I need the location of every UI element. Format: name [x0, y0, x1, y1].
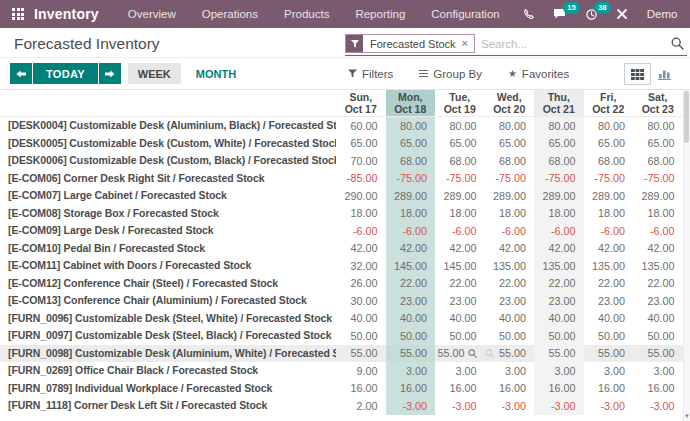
forecast-cell[interactable]: -6.00: [584, 222, 634, 240]
forecast-cell[interactable]: -3.00: [485, 397, 535, 415]
forecast-cell[interactable]: 18.00: [485, 205, 535, 223]
row-label[interactable]: [FURN_0096] Customizable Desk (Steel, Wh…: [0, 310, 336, 328]
forecast-cell[interactable]: 50.00: [485, 327, 535, 345]
forecast-cell[interactable]: 3.00: [534, 362, 584, 380]
cell-zoom-icon[interactable]: [485, 349, 494, 358]
forecast-cell[interactable]: -75.00: [485, 170, 535, 188]
forecast-cell[interactable]: 65.00: [534, 135, 584, 153]
forecast-cell[interactable]: 68.00: [584, 152, 634, 170]
forecast-cell[interactable]: 22.00: [386, 275, 436, 293]
activities-icon[interactable]: 38: [576, 8, 607, 21]
row-label[interactable]: [DESK0006] Customizable Desk (Custom, Bl…: [0, 152, 336, 170]
forecast-cell[interactable]: 68.00: [633, 152, 683, 170]
row-label[interactable]: [E-COM11] Cabinet with Doors / Forecaste…: [0, 257, 336, 275]
row-label[interactable]: [FURN_1118] Corner Desk Left Sit / Forec…: [0, 397, 336, 415]
forecast-cell[interactable]: 3.00: [386, 362, 436, 380]
scrollbar-down-icon[interactable]: ▼: [684, 413, 690, 419]
forecast-cell[interactable]: 55.00: [485, 345, 535, 363]
forecast-cell[interactable]: 50.00: [534, 327, 584, 345]
forecast-cell[interactable]: 18.00: [386, 205, 436, 223]
row-label[interactable]: [DESK0005] Customizable Desk (Custom, Wh…: [0, 135, 336, 153]
forecast-cell[interactable]: 16.00: [485, 380, 535, 398]
forecast-cell[interactable]: 30.00: [336, 292, 386, 310]
forecast-cell[interactable]: 42.00: [534, 240, 584, 258]
prev-week-button[interactable]: [10, 63, 32, 84]
row-label[interactable]: [DESK0004] Customizable Desk (Aluminium,…: [0, 117, 336, 135]
menu-products[interactable]: Products: [271, 0, 342, 28]
range-month-button[interactable]: MONTH: [196, 63, 236, 84]
row-label[interactable]: [FURN_0098] Customizable Desk (Aluminium…: [0, 345, 336, 363]
forecast-cell[interactable]: 22.00: [633, 275, 683, 293]
forecast-cell[interactable]: 16.00: [534, 380, 584, 398]
forecast-cell[interactable]: 80.00: [386, 117, 436, 135]
forecast-cell[interactable]: 18.00: [534, 205, 584, 223]
forecast-cell[interactable]: 18.00: [633, 205, 683, 223]
forecast-cell[interactable]: 289.00: [386, 187, 436, 205]
company-name[interactable]: Demo: [637, 8, 688, 20]
forecast-cell[interactable]: 16.00: [386, 380, 436, 398]
forecast-cell[interactable]: 50.00: [386, 327, 436, 345]
forecast-cell[interactable]: 22.00: [485, 275, 535, 293]
messages-icon[interactable]: 15: [544, 8, 576, 20]
search-icon[interactable]: [671, 37, 684, 50]
apps-grid-icon[interactable]: [12, 8, 24, 20]
menu-reporting[interactable]: Reporting: [342, 0, 418, 28]
forecast-cell[interactable]: 60.00: [336, 117, 386, 135]
forecast-cell[interactable]: 135.00: [485, 257, 535, 275]
forecast-cell[interactable]: 135.00: [633, 257, 683, 275]
forecast-cell[interactable]: 23.00: [534, 292, 584, 310]
forecast-cell[interactable]: 55.00: [584, 345, 634, 363]
column-header[interactable]: Sun,Oct 17: [336, 90, 386, 116]
row-label[interactable]: [FURN_0789] Individual Workplace / Forec…: [0, 380, 336, 398]
forecast-cell[interactable]: 23.00: [584, 292, 634, 310]
forecast-cell[interactable]: 289.00: [633, 187, 683, 205]
forecast-cell[interactable]: 23.00: [485, 292, 535, 310]
forecast-cell[interactable]: -3.00: [584, 397, 634, 415]
graph-view-button[interactable]: [651, 63, 678, 85]
filters-menu[interactable]: Filters: [348, 68, 393, 80]
forecast-cell[interactable]: 289.00: [485, 187, 535, 205]
forecast-cell[interactable]: -6.00: [534, 222, 584, 240]
tools-icon[interactable]: [607, 8, 637, 20]
vertical-scrollbar[interactable]: ▼: [683, 90, 690, 421]
search-box[interactable]: Forecasted Stock ×: [345, 32, 687, 56]
forecast-cell[interactable]: 18.00: [435, 205, 485, 223]
forecast-cell[interactable]: 22.00: [534, 275, 584, 293]
scrollbar-thumb[interactable]: [684, 91, 689, 143]
forecast-cell[interactable]: 42.00: [633, 240, 683, 258]
forecast-cell[interactable]: -85.00: [336, 170, 386, 188]
forecast-cell[interactable]: 135.00: [584, 257, 634, 275]
row-label[interactable]: [E-COM10] Pedal Bin / Forecasted Stock: [0, 240, 336, 258]
forecast-cell[interactable]: 50.00: [584, 327, 634, 345]
favorites-menu[interactable]: ★ Favorites: [508, 68, 569, 80]
forecast-cell[interactable]: 68.00: [435, 152, 485, 170]
forecast-cell[interactable]: 65.00: [386, 135, 436, 153]
forecast-cell[interactable]: 40.00: [386, 310, 436, 328]
forecast-cell[interactable]: 42.00: [584, 240, 634, 258]
row-label[interactable]: [E-COM13] Conference Chair (Aluminium) /…: [0, 292, 336, 310]
row-label[interactable]: [E-COM12] Conference Chair (Steel) / For…: [0, 275, 336, 293]
forecast-cell[interactable]: -75.00: [633, 170, 683, 188]
column-header[interactable]: Fri,Oct 22: [584, 90, 634, 116]
forecast-cell[interactable]: 55.00: [386, 345, 436, 363]
row-label[interactable]: [E-COM06] Corner Desk Right Sit / Foreca…: [0, 170, 336, 188]
forecast-cell[interactable]: 80.00: [534, 117, 584, 135]
forecast-cell[interactable]: 289.00: [584, 187, 634, 205]
forecast-cell[interactable]: 42.00: [336, 240, 386, 258]
forecast-cell[interactable]: 16.00: [584, 380, 634, 398]
forecast-cell[interactable]: -3.00: [386, 397, 436, 415]
forecast-cell[interactable]: 22.00: [584, 275, 634, 293]
forecast-cell[interactable]: 23.00: [633, 292, 683, 310]
forecast-cell[interactable]: 50.00: [336, 327, 386, 345]
column-header[interactable]: Sat,Oct 23: [633, 90, 683, 116]
forecast-cell[interactable]: 23.00: [386, 292, 436, 310]
forecast-cell[interactable]: 80.00: [633, 117, 683, 135]
cell-zoom-icon[interactable]: [468, 349, 477, 358]
forecast-cell[interactable]: 40.00: [336, 310, 386, 328]
forecast-cell[interactable]: 145.00: [435, 257, 485, 275]
forecast-cell[interactable]: 145.00: [386, 257, 436, 275]
forecast-cell[interactable]: 40.00: [633, 310, 683, 328]
forecast-cell[interactable]: -6.00: [485, 222, 535, 240]
forecast-cell[interactable]: -6.00: [386, 222, 436, 240]
forecast-cell[interactable]: 9.00: [336, 362, 386, 380]
